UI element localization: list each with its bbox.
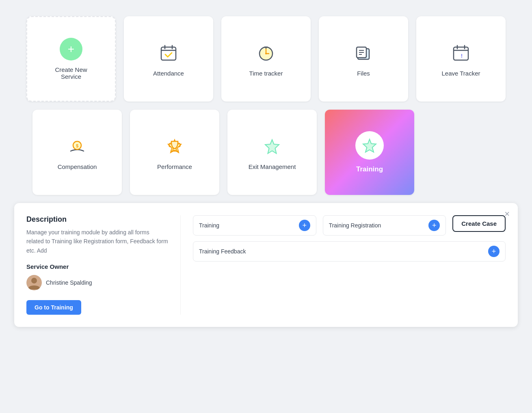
owner-title: Service Owner [26,263,168,270]
card-exit-management[interactable]: Exit Management [227,110,317,195]
card-create-new-service[interactable]: + Create New Service [26,16,116,102]
card-label-time-tracker: Time tracker [249,70,283,77]
card-label-files: Files [357,70,370,77]
compensation-icon: $ [66,135,89,158]
svg-point-26 [31,278,37,283]
form-item-label-training-registration: Training Registration [329,222,381,229]
card-row-1: + Create New Service Attendance [12,16,520,102]
description-left: Description Manage your training module … [26,215,181,315]
description-right: Training + Training Registration + Creat… [181,215,506,315]
svg-text:$: $ [76,143,78,148]
form-item-training-feedback: Training Feedback + [193,241,506,262]
add-training-registration-button[interactable]: + [428,220,440,231]
form-item-training-registration: Training Registration + [323,215,446,236]
add-training-feedback-button[interactable]: + [488,246,500,257]
performance-icon [163,135,186,158]
description-panel: × Description Manage your training modul… [14,203,518,327]
card-label-performance: Performance [157,163,192,170]
card-label-leave-tracker: Leave Tracker [441,70,480,77]
create-icon: + [60,38,82,61]
exit-management-icon [261,135,283,158]
card-label-training: Training [356,165,383,173]
card-row-2: $ Compensation Performance [12,110,520,195]
owner-row: Christine Spalding [26,275,168,290]
card-performance[interactable]: Performance [130,110,219,195]
card-training[interactable]: Training [325,110,414,195]
attendance-icon [157,41,180,64]
svg-rect-0 [161,47,176,60]
form-item-training: Training + [193,215,316,236]
card-label-attendance: Attendance [153,70,184,77]
card-files[interactable]: Files [319,16,408,102]
card-label-create: Create New Service [55,66,87,80]
svg-text:!: ! [461,53,463,59]
goto-training-button[interactable]: Go to Training [26,300,81,315]
form-item-label-training-feedback: Training Feedback [199,248,246,255]
card-leave-tracker[interactable]: ! Leave Tracker [416,16,506,102]
time-tracker-icon [255,41,277,64]
close-button[interactable]: × [504,210,510,218]
card-attendance[interactable]: Attendance [124,16,213,102]
avatar [26,275,42,290]
card-time-tracker[interactable]: Time tracker [221,16,311,102]
add-training-button[interactable]: + [299,220,310,231]
plus-icon: + [60,38,82,61]
files-icon [352,41,375,64]
card-compensation[interactable]: $ Compensation [32,110,122,195]
training-active-icon-circle [355,131,384,160]
form-item-label-training: Training [199,222,219,229]
form-items-grid: Training + Training Registration + Creat… [193,215,506,262]
card-label-compensation: Compensation [58,163,97,170]
form-row-1: Training + Training Registration + Creat… [193,215,506,236]
description-title: Description [26,215,168,224]
create-case-button[interactable]: Create Case [452,215,506,232]
form-row-2: Training Feedback + [193,241,506,262]
description-text: Manage your training module by adding al… [26,228,168,255]
owner-name: Christine Spalding [46,279,92,286]
card-label-exit-management: Exit Management [249,163,296,170]
leave-tracker-icon: ! [450,41,472,64]
